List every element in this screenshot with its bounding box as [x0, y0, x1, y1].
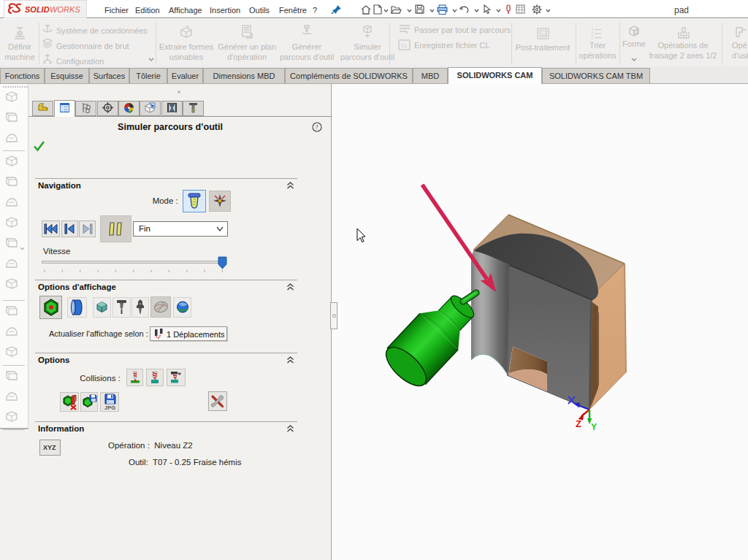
svg-text:JPG: JPG: [104, 404, 115, 410]
svg-text:WORKS: WORKS: [50, 5, 80, 14]
svg-text:G1: G1: [541, 32, 546, 37]
svg-text:?: ?: [316, 123, 318, 131]
svg-text:Y: Y: [591, 422, 597, 432]
svg-text:SOLID: SOLID: [25, 5, 50, 14]
svg-text:Z: Z: [576, 418, 581, 429]
svg-text:CL: CL: [401, 43, 408, 48]
